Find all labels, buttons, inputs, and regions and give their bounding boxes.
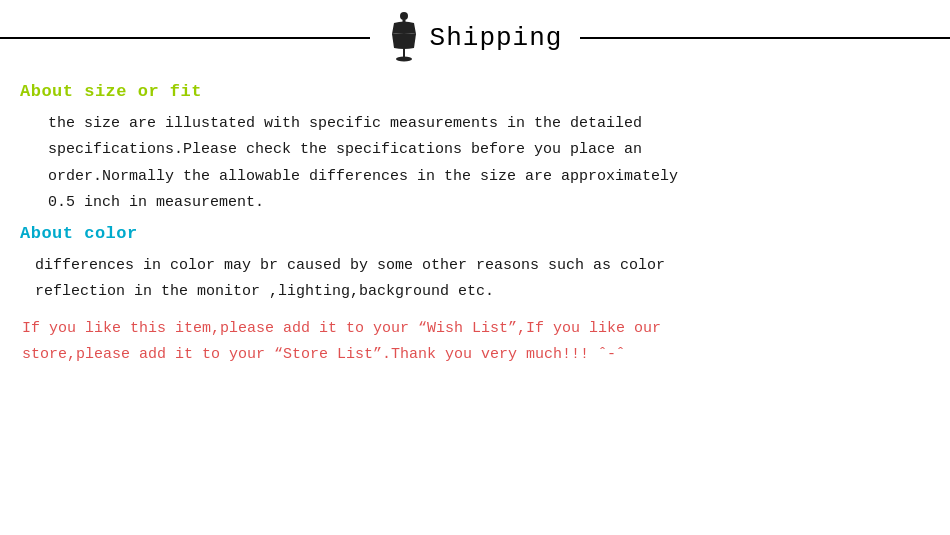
header-line-right <box>580 37 950 39</box>
wishlist-text: If you like this item,please add it to y… <box>22 316 930 369</box>
page-header: Shipping <box>0 0 950 72</box>
wishlist-line2: store,please add it to your “Store List”… <box>22 346 625 363</box>
header-line-left <box>0 37 370 39</box>
page-container: Shipping About size or fit the size are … <box>0 0 950 535</box>
wishlist-line1: If you like this item,please add it to y… <box>22 320 661 337</box>
header-center: Shipping <box>388 12 563 64</box>
svg-point-0 <box>400 12 408 20</box>
size-body-text: the size are illustated with specific me… <box>30 111 930 216</box>
size-heading: About size or fit <box>20 82 930 101</box>
dress-icon <box>388 12 420 64</box>
main-content: About size or fit the size are illustate… <box>0 72 950 378</box>
svg-point-3 <box>396 57 412 62</box>
color-heading: About color <box>20 224 930 243</box>
color-body-text: differences in color may br caused by so… <box>26 253 930 306</box>
page-title: Shipping <box>430 23 563 53</box>
